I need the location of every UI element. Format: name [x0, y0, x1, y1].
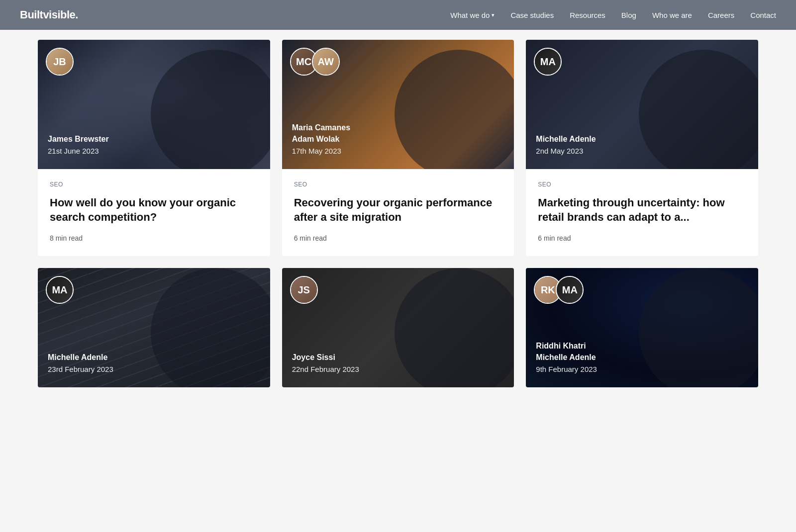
chevron-down-icon: ▾: [492, 12, 495, 18]
author-name-2: Michelle Adenle: [536, 352, 597, 363]
card-image-6: RK MA Riddhi Khatri Michelle Adenle 9th …: [526, 268, 758, 387]
card-body: SEO Marketing through uncertainty: how r…: [526, 169, 758, 256]
nav-case-studies[interactable]: Case studies: [510, 11, 554, 19]
nav-contact[interactable]: Contact: [750, 11, 776, 19]
card-read-time: 8 min read: [50, 234, 258, 242]
nav-who-we-are[interactable]: Who we are: [652, 11, 692, 19]
card-body: SEO How well do you know your organic se…: [38, 169, 270, 256]
author-avatars: RK MA: [534, 276, 584, 304]
avatar: MA: [556, 276, 584, 304]
navigation: Builtvisible. What we do ▾ Case studies …: [0, 0, 796, 30]
avatar: MA: [46, 276, 74, 304]
author-date: 2nd May 2023: [536, 147, 596, 155]
avatar: JS: [290, 276, 318, 304]
card-body: SEO Recovering your organic performance …: [282, 169, 514, 256]
author-avatars: JS: [290, 276, 318, 304]
image-mask: [395, 50, 514, 169]
article-card[interactable]: JB James Brewster 21st June 2023 SEO How…: [38, 40, 270, 256]
card-read-time: 6 min read: [538, 234, 746, 242]
card-category: SEO: [50, 181, 258, 188]
card-image-5: JS Joyce Sissi 22nd February 2023: [282, 268, 514, 387]
author-name: Riddhi Khatri: [536, 341, 597, 352]
author-name: James Brewster: [48, 134, 109, 145]
author-info: James Brewster 21st June 2023: [48, 134, 109, 155]
article-card[interactable]: MA Michelle Adenle 23rd February 2023: [38, 268, 270, 387]
author-info: Maria Camanes Adam Wolak 17th May 2023: [292, 122, 350, 155]
article-grid: JB James Brewster 21st June 2023 SEO How…: [38, 40, 758, 387]
author-name: Joyce Sissi: [292, 352, 359, 363]
card-image-2: MC AW Maria Camanes Adam Wolak 17th May …: [282, 40, 514, 169]
article-card[interactable]: MC AW Maria Camanes Adam Wolak 17th May …: [282, 40, 514, 256]
card-image-1: JB James Brewster 21st June 2023: [38, 40, 270, 169]
author-name: Michelle Adenle: [48, 352, 113, 363]
nav-links: What we do ▾ Case studies Resources Blog…: [450, 11, 776, 19]
card-category: SEO: [294, 181, 502, 188]
card-title: Recovering your organic performance afte…: [294, 196, 502, 224]
card-title: Marketing through uncertainty: how retai…: [538, 196, 746, 224]
author-info: Joyce Sissi 22nd February 2023: [292, 352, 359, 373]
author-avatars: JB: [46, 48, 74, 76]
article-card[interactable]: JS Joyce Sissi 22nd February 2023: [282, 268, 514, 387]
card-category: SEO: [538, 181, 746, 188]
nav-what-we-do[interactable]: What we do ▾: [450, 11, 495, 19]
author-date: 22nd February 2023: [292, 365, 359, 373]
image-mask: [151, 50, 270, 169]
card-image-3: MA Michelle Adenle 2nd May 2023: [526, 40, 758, 169]
image-mask: [639, 50, 758, 169]
avatar: AW: [312, 48, 340, 76]
author-info: Michelle Adenle 23rd February 2023: [48, 352, 113, 373]
main-content: JB James Brewster 21st June 2023 SEO How…: [0, 30, 796, 417]
author-name: Michelle Adenle: [536, 134, 596, 145]
author-name-2: Adam Wolak: [292, 134, 350, 145]
author-date: 17th May 2023: [292, 147, 350, 155]
image-mask: [639, 268, 758, 387]
article-card[interactable]: MA Michelle Adenle 2nd May 2023 SEO Mark…: [526, 40, 758, 256]
author-name: Maria Camanes: [292, 122, 350, 133]
avatar: JB: [46, 48, 74, 76]
nav-careers[interactable]: Careers: [708, 11, 734, 19]
nav-blog[interactable]: Blog: [621, 11, 636, 19]
author-date: 21st June 2023: [48, 147, 109, 155]
card-title: How well do you know your organic search…: [50, 196, 258, 224]
author-info: Riddhi Khatri Michelle Adenle 9th Februa…: [536, 341, 597, 373]
author-avatars: MC AW: [290, 48, 340, 76]
avatar: MA: [534, 48, 562, 76]
article-card[interactable]: RK MA Riddhi Khatri Michelle Adenle 9th …: [526, 268, 758, 387]
card-image-4: MA Michelle Adenle 23rd February 2023: [38, 268, 270, 387]
author-avatars: MA: [46, 276, 74, 304]
author-avatars: MA: [534, 48, 562, 76]
author-date: 23rd February 2023: [48, 365, 113, 373]
image-mask: [151, 268, 270, 387]
logo[interactable]: Builtvisible.: [20, 8, 78, 21]
author-date: 9th February 2023: [536, 365, 597, 373]
nav-resources[interactable]: Resources: [570, 11, 605, 19]
card-read-time: 6 min read: [294, 234, 502, 242]
image-mask: [395, 268, 514, 387]
author-info: Michelle Adenle 2nd May 2023: [536, 134, 596, 155]
